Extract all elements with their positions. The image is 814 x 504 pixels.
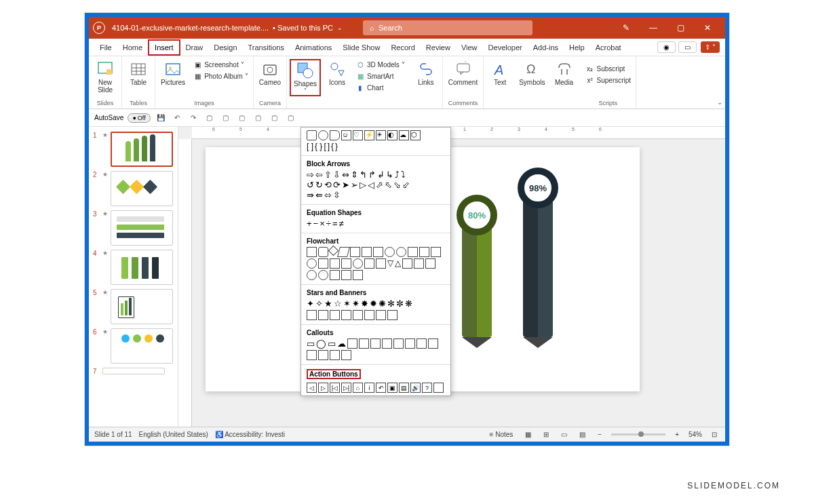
shape-item[interactable]: ▭ [328,338,336,349]
shape-item[interactable] [330,270,340,280]
comment-button[interactable]: + Comment [446,59,480,88]
shape-item[interactable]: { } [315,142,322,151]
shape-item[interactable]: ⇦ [315,170,323,180]
shape-item[interactable]: } [335,142,338,151]
tab-transitions[interactable]: Transitions [243,41,290,54]
title-dropdown-icon[interactable]: ⌄ [337,24,343,31]
shape-item[interactable] [350,247,360,257]
shape-item[interactable] [337,247,350,257]
shape-action-forward[interactable]: ▷ [318,383,328,393]
zoom-in-button[interactable]: + [672,431,682,438]
photo-album-button[interactable]: ▦Photo Album ˅ [191,71,250,81]
3d-models-button[interactable]: ⬡3D Models ˅ [353,59,407,70]
shape-item[interactable] [373,247,383,257]
qat-btn-2[interactable]: ▢ [220,112,232,124]
shape-item[interactable] [396,247,406,257]
shape-item[interactable]: ☺ [341,130,351,140]
shape-item[interactable]: ✺ [379,298,386,309]
shape-item[interactable]: ⟲ [324,180,332,190]
record-toggle-button[interactable]: ◉ [657,41,676,53]
shape-item[interactable] [330,310,340,320]
view-reading-button[interactable]: ▭ [558,431,570,438]
shape-action-end[interactable]: ▷| [341,383,351,393]
shape-item[interactable]: ⟳ [333,180,341,190]
shape-item[interactable] [341,310,351,320]
search-box[interactable]: ⌕ Search [363,20,532,35]
autosave-toggle[interactable]: ● Off [128,113,150,123]
cameo-button[interactable]: Cameo [256,59,284,88]
shape-item[interactable] [307,247,317,257]
shape-item[interactable] [359,338,369,349]
shape-item[interactable]: ⬀ [376,180,383,190]
shape-item[interactable]: ÷ [326,218,331,229]
shape-item[interactable]: ▷ [360,180,366,190]
shape-item[interactable]: ⚡ [364,130,374,140]
shape-item[interactable] [318,258,328,269]
shape-item[interactable]: ✼ [396,298,404,309]
shape-item[interactable]: ] [328,142,330,151]
shape-item[interactable]: ▽ [387,258,393,269]
tab-view[interactable]: View [456,41,483,54]
tab-help[interactable]: Help [564,41,590,54]
shape-item[interactable]: ↲ [377,170,385,180]
tab-record[interactable]: Record [385,41,420,54]
shape-item[interactable]: ★ [324,298,332,309]
shape-item[interactable]: ✸ [361,298,368,309]
shape-item[interactable]: ⇕ [351,170,358,180]
present-button[interactable]: ▭ [678,41,697,53]
shape-action-help[interactable]: ? [422,383,432,393]
tab-slideshow[interactable]: Slide Show [337,41,385,54]
qat-btn-4[interactable]: ▢ [252,112,265,124]
shape-item[interactable] [307,270,317,280]
shape-item[interactable]: ⇳ [333,190,341,200]
language-status[interactable]: English (United States) [139,431,208,438]
shape-item[interactable] [425,258,435,269]
shape-item[interactable]: × [319,218,325,229]
shape-item[interactable]: ☀ [376,130,386,140]
shape-item[interactable] [341,270,351,280]
accessibility-status[interactable]: ♿ Accessibility: Investi [215,431,285,438]
zoom-slider[interactable] [611,433,665,435]
shape-item[interactable]: ▭ [307,338,315,349]
shape-item[interactable] [416,338,427,349]
shape-item[interactable]: ➢ [351,180,358,190]
shape-item[interactable]: ⇚ [315,190,323,200]
shape-action-info[interactable]: i [364,383,374,393]
subscript-button[interactable]: x₂Subscript [583,63,634,74]
shape-item[interactable] [307,130,317,140]
shape-item[interactable]: ⇛ [307,190,314,200]
shape-item[interactable] [330,130,340,140]
table-button[interactable]: Table [125,59,152,88]
qat-btn-3[interactable]: ▢ [236,112,248,124]
shape-item[interactable]: ✶ [343,298,351,309]
shape-item[interactable]: ➤ [342,180,349,190]
shape-item[interactable]: ⬂ [393,180,401,190]
shape-item[interactable] [347,338,357,349]
shape-item[interactable]: { [331,142,334,151]
shape-item[interactable]: ◯ [316,338,326,349]
shape-item[interactable] [318,350,328,360]
pictures-button[interactable]: Pictures [158,59,188,88]
shape-item[interactable]: ♡ [353,130,363,140]
shape-item[interactable]: ⇧ [324,170,332,180]
view-slideshow-button[interactable]: ▤ [577,431,588,438]
notes-button[interactable]: ≡ Notes [487,431,516,438]
thumbnail-4[interactable]: 4★ [89,248,178,287]
tab-review[interactable]: Review [421,41,456,54]
shape-item[interactable] [353,270,363,280]
shape-item[interactable]: ☆ [334,298,342,309]
shape-item[interactable] [419,247,429,257]
shape-item[interactable]: ⬃ [402,180,410,190]
shape-item[interactable]: ⇨ [307,170,314,180]
shape-item[interactable] [364,258,374,269]
maximize-button[interactable]: ▢ [667,17,694,39]
shape-item[interactable]: ◐ [387,130,398,140]
shape-item[interactable] [408,247,418,257]
media-button[interactable]: Media [551,59,578,88]
shape-item[interactable]: ⇔ [342,170,349,180]
shape-item[interactable]: ◁ [368,180,374,190]
text-button[interactable]: A Text [486,59,513,88]
shape-action-return[interactable]: ↶ [376,383,386,393]
qat-btn-5[interactable]: ▢ [269,112,281,124]
thumbnail-7[interactable]: 7 [89,366,178,377]
